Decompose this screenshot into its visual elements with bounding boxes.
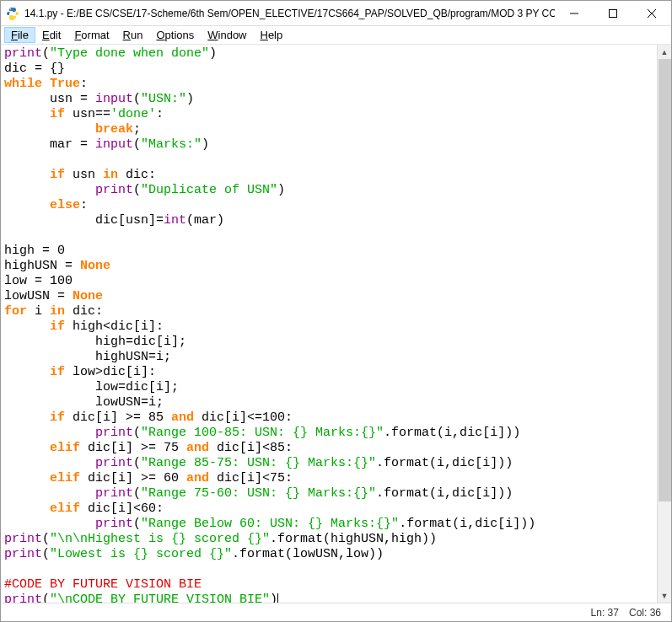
code-line: for i in dic:	[4, 304, 653, 319]
window-title: 14.1.py - E:/BE CS/CSE/17-Scheme/6th Sem…	[24, 8, 555, 19]
code-line: high = 0	[4, 244, 653, 259]
status-line: Ln: 37	[591, 607, 619, 619]
status-col: Col: 36	[629, 607, 661, 619]
code-line: print("Type done when done")	[4, 46, 653, 62]
code-line: if low>dic[i]:	[4, 365, 653, 380]
code-line: print("Range Below 60: USN: {} Marks:{}"…	[4, 517, 653, 532]
code-line: dic = {}	[4, 62, 653, 77]
code-line: elif dic[i] >= 60 and dic[i]<75:	[4, 471, 653, 486]
code-line: if high<dic[i]:	[4, 319, 653, 335]
code-line: print("Range 85-75: USN: {} Marks:{}".fo…	[4, 456, 653, 471]
window-controls	[555, 1, 671, 26]
code-line: mar = input("Marks:")	[4, 137, 653, 153]
menu-options[interactable]: Options	[149, 27, 201, 43]
menu-format[interactable]: Format	[67, 27, 116, 43]
svg-point-1	[14, 17, 15, 18]
code-line: while True:	[4, 77, 653, 92]
code-line: if dic[i] >= 85 and dic[i]<=100:	[4, 410, 653, 426]
code-line: low=dic[i];	[4, 380, 653, 395]
code-line: highUSN=i;	[4, 350, 653, 365]
scroll-up-arrow[interactable]: ▲	[658, 45, 671, 59]
python-idle-icon	[6, 7, 19, 20]
close-button[interactable]	[632, 1, 671, 26]
svg-rect-3	[610, 9, 617, 17]
titlebar: 14.1.py - E:/BE CS/CSE/17-Scheme/6th Sem…	[1, 1, 671, 26]
code-line: high=dic[i];	[4, 335, 653, 350]
svg-point-0	[10, 8, 11, 9]
menu-window[interactable]: Window	[201, 27, 253, 43]
code-line: else:	[4, 198, 653, 213]
code-line: break;	[4, 122, 653, 137]
code-line	[4, 153, 653, 168]
code-line: elif dic[i]<60:	[4, 501, 653, 517]
code-line	[4, 562, 653, 577]
statusbar: Ln: 37 Col: 36	[1, 603, 671, 621]
code-editor[interactable]: print("Type done when done")dic = {}whil…	[1, 45, 657, 603]
code-line: elif dic[i] >= 75 and dic[i]<85:	[4, 441, 653, 456]
menu-file[interactable]: File	[4, 27, 35, 43]
code-line: print("Range 100-85: USN: {} Marks:{}".f…	[4, 426, 653, 441]
scroll-thumb[interactable]	[659, 59, 671, 501]
menu-run[interactable]: Run	[116, 27, 150, 43]
menu-edit[interactable]: Edit	[35, 27, 67, 43]
text-cursor	[277, 593, 278, 603]
editor-area: print("Type done when done")dic = {}whil…	[1, 45, 671, 603]
menu-help[interactable]: Help	[254, 27, 290, 43]
code-line: lowUSN = None	[4, 289, 653, 304]
scroll-down-arrow[interactable]: ▼	[658, 588, 671, 603]
code-line: print("\n\nHighest is {} scored {}".form…	[4, 532, 653, 547]
code-line: usn = input("USN:")	[4, 92, 653, 107]
maximize-button[interactable]	[594, 1, 632, 26]
code-line	[4, 228, 653, 244]
code-line: if usn in dic:	[4, 168, 653, 183]
minimize-button[interactable]	[555, 1, 594, 26]
code-line: #CODE BY FUTURE VISION BIE	[4, 577, 653, 593]
code-line: print("Lowest is {} scored {}".format(lo…	[4, 547, 653, 562]
code-line: lowUSN=i;	[4, 395, 653, 410]
code-line: highUSN = None	[4, 259, 653, 274]
vertical-scrollbar[interactable]: ▲ ▼	[657, 45, 671, 603]
menubar: FileEditFormatRunOptionsWindowHelp	[1, 26, 671, 45]
code-line: if usn=='done':	[4, 107, 653, 122]
code-line: print("\nCODE BY FUTURE VISION BIE")	[4, 593, 653, 603]
code-line: print("Range 75-60: USN: {} Marks:{}".fo…	[4, 486, 653, 501]
code-line: print("Duplicate of USN")	[4, 183, 653, 198]
code-line: dic[usn]=int(mar)	[4, 213, 653, 228]
code-line: low = 100	[4, 274, 653, 289]
